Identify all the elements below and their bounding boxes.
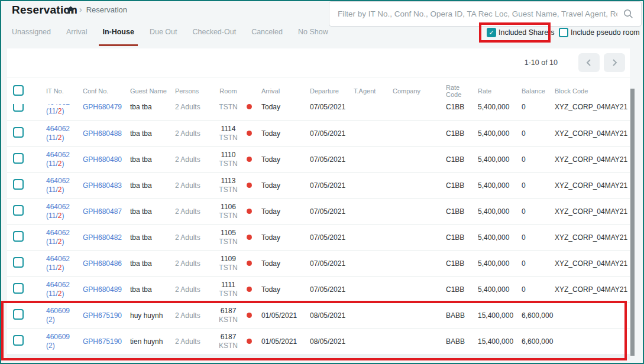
- select-all-checkbox[interactable]: [13, 85, 24, 96]
- persons: 2 Adults: [170, 155, 215, 164]
- arrival-date: Today: [257, 155, 305, 164]
- it-no-link[interactable]: 460609: [46, 307, 70, 315]
- conf-no-link[interactable]: GPH680483: [83, 181, 122, 190]
- row-checkbox[interactable]: [13, 283, 24, 294]
- table-row: 464062 (11/2) GPH680479 tba tba 2 Adults…: [7, 104, 630, 120]
- it-no-link[interactable]: 464062: [46, 177, 70, 185]
- it-no-link[interactable]: 464062: [46, 281, 70, 289]
- it-group-link[interactable]: (11/: [46, 290, 58, 298]
- balance: 0: [517, 181, 550, 190]
- it-group-link[interactable]: (11/: [46, 238, 58, 246]
- conf-no-link[interactable]: GPH680482: [83, 233, 122, 242]
- status-dot-icon: [247, 287, 252, 292]
- status-dot-icon: [247, 104, 252, 109]
- it-no-link[interactable]: 464062: [46, 229, 70, 237]
- pagination-range: 1-10 of 10: [525, 58, 558, 67]
- row-checkbox[interactable]: [13, 309, 24, 320]
- next-page-button[interactable]: [604, 53, 625, 72]
- col-t-agent: T.Agent: [349, 87, 388, 95]
- row-checkbox[interactable]: [13, 231, 24, 242]
- row-checkbox[interactable]: [13, 335, 24, 346]
- it-group-link-close[interactable]: ): [62, 238, 64, 246]
- it-no-link[interactable]: 464062: [46, 104, 70, 106]
- prev-page-button[interactable]: [578, 53, 600, 72]
- row-checkbox[interactable]: [13, 153, 24, 164]
- room-type: TSTN: [215, 290, 241, 298]
- it-no-link[interactable]: 464062: [46, 125, 70, 133]
- conf-no-link[interactable]: GPH680487: [83, 207, 122, 216]
- departure-date: 08/05/2021: [305, 337, 349, 346]
- include-pseudo-room-option[interactable]: Include pseudo room: [559, 28, 640, 37]
- it-group-link-close[interactable]: ): [62, 107, 64, 115]
- included-sharers-checkbox[interactable]: ✓: [487, 28, 496, 37]
- it-no-link[interactable]: 464062: [46, 255, 70, 263]
- it-group-link-close[interactable]: ): [62, 186, 64, 194]
- conf-no-link[interactable]: GPH680489: [83, 285, 122, 294]
- tab-in-house[interactable]: In-House: [102, 28, 134, 38]
- search-icon[interactable]: [623, 9, 633, 21]
- conf-no-link[interactable]: GPH680486: [83, 259, 122, 268]
- it-no-link[interactable]: 464062: [46, 203, 70, 211]
- it-group-link[interactable]: (11/: [46, 186, 58, 194]
- conf-no-link[interactable]: GPH675190: [83, 311, 122, 320]
- room-type: TSTN: [215, 212, 241, 220]
- it-no-link[interactable]: 464062: [46, 151, 70, 159]
- row-checkbox[interactable]: [13, 205, 24, 216]
- it-group-link-close[interactable]: ): [62, 160, 64, 168]
- vertical-scrollbar-thumb[interactable]: [630, 89, 635, 356]
- it-group-link[interactable]: (11/: [46, 107, 58, 115]
- col-rate: Rate: [473, 87, 517, 95]
- conf-no-link[interactable]: GPH680480: [83, 155, 122, 164]
- tab-due-out[interactable]: Due Out: [150, 28, 177, 38]
- col-block-code: Block Code: [550, 87, 627, 95]
- block-code: XYZ_CORP_04MAY21: [550, 233, 627, 242]
- conf-no-link[interactable]: GPH675190: [83, 337, 122, 346]
- home-icon[interactable]: [66, 6, 75, 14]
- col-guest-name: Guest Name: [125, 87, 170, 95]
- tab-checked-out[interactable]: Checked-Out: [192, 28, 236, 38]
- arrival-date: 01/05/2021: [257, 311, 305, 320]
- conf-no-link[interactable]: GPH680479: [83, 104, 122, 111]
- rate: 15,400,000: [473, 311, 517, 320]
- rate-code: BABB: [441, 311, 473, 320]
- it-group-link-close[interactable]: ): [62, 134, 64, 142]
- include-pseudo-room-checkbox[interactable]: [559, 28, 568, 37]
- rate-code: C1BB: [441, 181, 473, 190]
- rate: 5,400,000: [473, 207, 517, 216]
- col-company: Company: [388, 87, 441, 95]
- persons: 2 Adults: [170, 104, 215, 111]
- horizontal-scrollbar-track[interactable]: [7, 354, 630, 359]
- breadcrumb-current[interactable]: Reservation: [86, 5, 127, 14]
- it-group-link-close[interactable]: ): [62, 290, 64, 298]
- rate: 15,400,000: [473, 337, 517, 346]
- status-dot-icon: [247, 313, 252, 318]
- tab-unassigned[interactable]: Unassigned: [12, 28, 51, 38]
- it-group-link[interactable]: (11/: [46, 212, 58, 220]
- balance: 0: [517, 233, 550, 242]
- table-row: 464062 (11/2) GPH680489 tba tba 2 Adults…: [7, 276, 630, 302]
- it-group-link-close[interactable]: ): [62, 264, 64, 272]
- it-group-link-close[interactable]: ): [62, 212, 64, 220]
- departure-date: 07/05/2021: [305, 129, 349, 138]
- row-checkbox[interactable]: [13, 179, 24, 190]
- tab-no-show[interactable]: No Show: [298, 28, 328, 38]
- row-checkbox[interactable]: [13, 257, 24, 268]
- it-group-link[interactable]: (11/: [46, 160, 58, 168]
- it-no-link[interactable]: 460609: [46, 333, 70, 341]
- arrival-date: Today: [257, 285, 305, 294]
- conf-no-link[interactable]: GPH680488: [83, 129, 122, 138]
- filter-input[interactable]: [329, 1, 642, 27]
- it-group-link[interactable]: (11/: [46, 264, 58, 272]
- included-sharers-option[interactable]: ✓ Included Sharers: [487, 28, 555, 37]
- it-group-link[interactable]: (2): [46, 342, 55, 350]
- rate: 5,400,000: [473, 285, 517, 294]
- guest-name: tba tba: [125, 233, 170, 242]
- room-type: TSTN: [215, 186, 241, 194]
- it-group-link[interactable]: (2): [46, 316, 55, 324]
- it-group-link[interactable]: (11/: [46, 134, 58, 142]
- row-checkbox[interactable]: [13, 104, 24, 112]
- row-checkbox[interactable]: [13, 127, 24, 138]
- rate-code: BABB: [441, 337, 473, 346]
- tab-arrival[interactable]: Arrival: [66, 28, 87, 38]
- tab-canceled[interactable]: Canceled: [251, 28, 283, 38]
